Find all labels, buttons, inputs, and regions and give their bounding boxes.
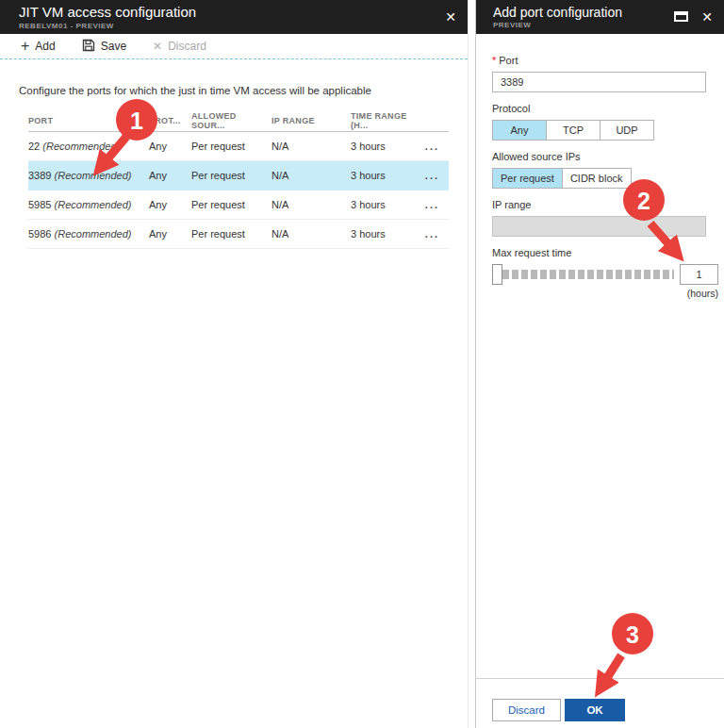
col-header-time-range: TIME RANGE (H... (351, 111, 422, 130)
add-port-titles: Add port configuration PREVIEW (493, 5, 661, 29)
protocol-option-any[interactable]: Any (492, 120, 547, 141)
cell-ip-range: N/A (272, 228, 351, 240)
cell-time-range: 3 hours (351, 228, 422, 240)
maximize-icon[interactable] (674, 10, 688, 24)
cell-allowed-source: Per request (191, 141, 272, 152)
protocol-label: Protocol (492, 103, 708, 115)
protocol-segmented-control: Any TCP UDP (492, 120, 708, 141)
table-row-port-22[interactable]: 22 (Recommended) Any Per request N/A 3 h… (28, 132, 449, 161)
cell-time-range: 3 hours (351, 170, 422, 181)
cell-protocol: Any (149, 199, 191, 210)
close-icon[interactable]: ✕ (445, 10, 456, 24)
ip-range-input (492, 216, 706, 237)
cell-port: 5986 (Recommended) (28, 228, 149, 240)
allowed-source-option-cidr-block[interactable]: CIDR block (562, 168, 632, 189)
table-header-row: PORT PROT... ALLOWED SOUR... IP RANGE TI… (28, 109, 449, 132)
col-header-ip-range: IP RANGE (272, 116, 351, 125)
save-button[interactable]: Save (82, 39, 126, 55)
slider-handle[interactable] (492, 264, 502, 285)
allowed-source-option-per-request[interactable]: Per request (492, 168, 563, 189)
cell-ip-range: N/A (272, 170, 351, 181)
cell-time-range: 3 hours (351, 141, 422, 152)
cell-ip-range: N/A (272, 199, 351, 210)
blade-subtitle: PREVIEW (493, 21, 661, 29)
discard-button-label: Discard (168, 40, 206, 53)
discard-button[interactable]: Discard (492, 699, 561, 721)
col-header-protocol: PROT... (149, 116, 191, 125)
footer-divider (476, 678, 724, 679)
cell-allowed-source: Per request (191, 228, 272, 240)
row-menu-button[interactable]: ... (422, 199, 449, 210)
cell-port: 3389 (Recommended) (28, 170, 149, 181)
discard-x-icon: ✕ (153, 41, 162, 52)
cell-protocol: Any (149, 170, 191, 181)
ports-table: PORT PROT... ALLOWED SOUR... IP RANGE TI… (19, 109, 449, 249)
table-row-port-5986[interactable]: 5986 (Recommended) Any Per request N/A 3… (28, 220, 449, 249)
cell-protocol: Any (149, 141, 191, 152)
blade-title: Add port configuration (493, 5, 661, 20)
page-title: JIT VM access configuration (19, 4, 432, 20)
protocol-option-tcp[interactable]: TCP (546, 120, 601, 141)
add-port-form: *Port Protocol Any TCP UDP Allowed sourc… (476, 34, 724, 299)
cell-protocol: Any (149, 228, 191, 240)
description-text: Configure the ports for which the just i… (19, 85, 449, 96)
port-label: *Port (492, 55, 708, 67)
cell-time-range: 3 hours (351, 199, 422, 210)
table-row-port-5985[interactable]: 5985 (Recommended) Any Per request N/A 3… (28, 190, 449, 220)
close-icon[interactable]: ✕ (701, 10, 713, 24)
max-request-time-slider (492, 264, 718, 285)
save-icon (82, 39, 95, 55)
col-header-port: PORT (28, 116, 149, 125)
ip-range-label: IP range (492, 199, 708, 211)
add-button[interactable]: + Add (21, 39, 56, 54)
ok-button[interactable]: OK (565, 699, 625, 721)
cell-port: 5985 (Recommended) (28, 199, 149, 210)
slider-track[interactable] (502, 270, 674, 279)
required-asterisk: * (492, 55, 496, 66)
cell-port: 22 (Recommended) (28, 141, 149, 152)
toolbar: + Add Save ✕ Discard (0, 34, 468, 59)
jit-blade-titles: JIT VM access configuration REBELVM01 - … (19, 4, 432, 29)
save-button-label: Save (101, 40, 126, 53)
row-menu-button[interactable]: ... (422, 170, 449, 181)
row-menu-button[interactable]: ... (422, 141, 449, 152)
footer-buttons: Discard OK (492, 699, 625, 721)
plus-icon: + (21, 39, 29, 54)
table-row-port-3389[interactable]: 3389 (Recommended) Any Per request N/A 3… (28, 161, 449, 190)
protocol-option-udp[interactable]: UDP (600, 120, 654, 141)
add-button-label: Add (35, 40, 55, 53)
row-menu-button[interactable]: ... (422, 228, 449, 240)
cell-ip-range: N/A (272, 141, 351, 152)
jit-blade-header: JIT VM access configuration REBELVM01 - … (0, 0, 468, 34)
allowed-source-segmented-control: Per request CIDR block (492, 168, 708, 189)
discard-button[interactable]: ✕ Discard (153, 40, 206, 53)
max-request-time-label: Max request time (492, 247, 708, 259)
hours-unit-label: (hours) (492, 288, 718, 299)
add-port-blade-header: Add port configuration PREVIEW ✕ (476, 0, 724, 34)
allowed-source-label: Allowed source IPs (492, 151, 708, 163)
max-request-time-input[interactable] (680, 264, 718, 285)
cell-allowed-source: Per request (191, 170, 272, 181)
cell-allowed-source: Per request (191, 199, 272, 210)
page-subtitle: REBELVM01 - PREVIEW (19, 22, 432, 30)
add-port-blade: Add port configuration PREVIEW ✕ *Port P… (475, 0, 724, 728)
col-header-allowed-source: ALLOWED SOUR... (191, 111, 272, 130)
port-input[interactable] (492, 72, 706, 92)
jit-config-blade: JIT VM access configuration REBELVM01 - … (0, 0, 469, 728)
